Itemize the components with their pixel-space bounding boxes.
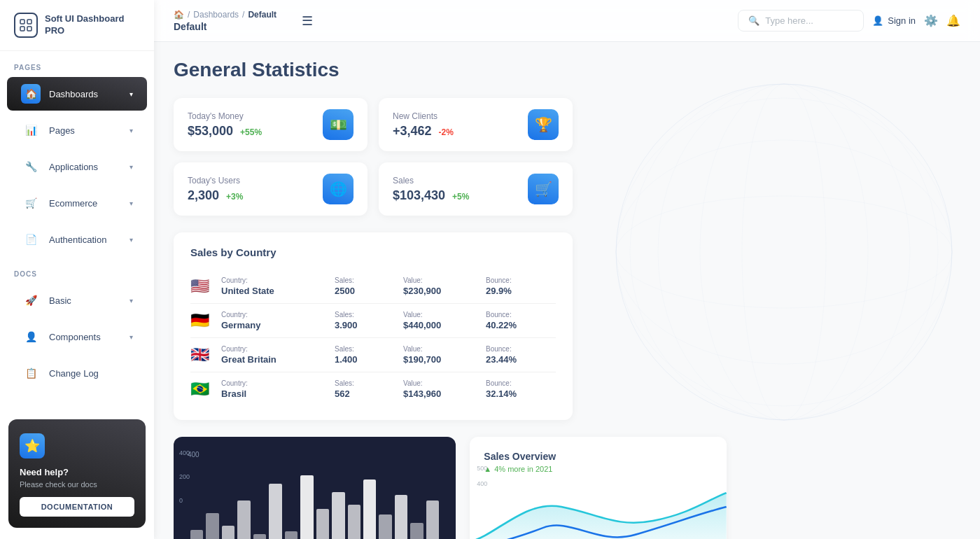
bar [269,484,281,539]
sidebar-item-dashboards[interactable]: 🏠 Dashboards ▾ [7,77,147,111]
col-label-country: Country: [221,345,329,353]
dashboards-icon: 🏠 [21,84,41,104]
sales-by-country-title: Sales by Country [190,246,556,258]
section-label-docs: DOCS [0,258,154,282]
pages-icon: 📊 [21,120,41,140]
value-us: $230,900 [403,286,480,296]
bar [395,495,407,539]
components-icon: 👤 [21,327,41,346]
bar [285,531,298,539]
bounce-gb: 23.44% [486,354,556,365]
sidebar-item-basic[interactable]: 🚀 Basic ▾ [7,284,147,317]
sidebar-item-authentication[interactable]: 📄 Authentication ▾ [7,223,147,256]
bar [300,475,313,539]
chevron-down-icon: ▾ [130,236,133,244]
content-area: General Statistics Today's Money $53,000… [154,42,980,539]
col-label-country: Country: [221,379,329,387]
flag-gb: 🇬🇧 [190,346,216,364]
bar [410,523,423,539]
bar [379,514,391,539]
chevron-down-icon: ▾ [130,297,133,304]
basic-icon: 🚀 [21,290,41,310]
sidebar-item-applications[interactable]: 🔧 Applications ▾ [7,150,147,183]
bounce-br: 32.14% [486,388,556,399]
help-title: Need help? [20,467,134,477]
col-label-value: Value: [403,345,480,353]
sidebar-item-changelog[interactable]: 📋 Change Log [7,356,147,390]
col-label-sales: Sales: [335,311,398,318]
bar [237,500,250,539]
col-label-sales: Sales: [335,345,398,353]
sales-overview-change-text: 4% more in 2021 [494,465,552,473]
page-title: General Statistics [174,59,960,81]
stat-value-users: 2,300 [188,188,219,203]
chevron-down-icon: ▾ [130,127,133,134]
authentication-icon: 📄 [21,230,41,249]
chevron-down-icon: ▾ [130,333,133,341]
sales-gb: 1.400 [335,354,398,365]
settings-icon[interactable]: ⚙️ [924,14,938,27]
sidebar-item-changelog-label: Change Log [49,368,99,379]
bar [348,505,360,539]
help-subtitle: Please check our docs [20,480,134,489]
stat-label-money: Today's Money [188,111,262,121]
col-label-country: Country: [221,276,329,284]
stat-label-sales: Sales [393,176,469,186]
value-de: $440,000 [403,320,480,330]
changelog-icon: 📋 [21,363,41,383]
stat-label-clients: New Clients [393,111,454,121]
stat-value-money: $53,000 [188,124,233,139]
sidebar-item-basic-label: Basic [49,295,71,306]
sales-overview-title: Sales Overview [484,451,713,462]
value-br: $143,960 [403,388,480,399]
stat-card-clients: New Clients +3,462 -2% 🏆 [379,98,573,151]
bar [206,513,218,539]
stat-change-sales: +5% [452,192,469,202]
stat-card-sales: Sales $103,430 +5% 🛒 [379,162,573,216]
breadcrumb: 🏠 / Dashboards / Default Default [174,10,276,32]
chevron-down-icon: ▾ [130,200,133,207]
col-label-country: Country: [221,311,329,318]
country-name-br: Brasil [221,388,329,399]
bounce-de: 40.22% [486,320,556,330]
applications-icon: 🔧 [21,157,41,176]
breadcrumb-dashboards[interactable]: Dashboards [193,10,239,20]
sidebar-item-ecommerce[interactable]: 🛒 Ecommerce ▾ [7,186,147,220]
breadcrumb-home-icon[interactable]: 🏠 [174,10,184,20]
sidebar-item-pages[interactable]: 📊 Pages ▾ [7,113,147,147]
bar [190,530,203,539]
col-label-sales: Sales: [335,379,398,387]
col-label-bounce: Bounce: [486,379,556,387]
notification-icon[interactable]: 🔔 [946,14,960,27]
sales-de: 3.900 [335,320,398,330]
col-label-value: Value: [403,379,480,387]
bar [253,534,266,539]
sign-in-button[interactable]: 👤 Sign in [872,15,916,26]
bar [363,479,376,539]
main-content: 🏠 / Dashboards / Default Default ☰ 🔍 Typ… [154,0,980,539]
stat-change-users: +3% [226,192,243,202]
stat-icon-sales: 🛒 [528,174,559,204]
flag-de: 🇩🇪 [190,312,216,330]
sidebar-item-components-label: Components [49,332,101,342]
sidebar-item-components[interactable]: 👤 Components ▾ [7,320,147,354]
table-row: 🇩🇪 Country: Germany Sales: 3.900 Value: … [190,304,556,338]
sidebar-item-dashboards-label: Dashboards [49,89,98,99]
app-logo-icon [14,13,38,38]
sidebar-item-applications-label: Applications [49,162,98,172]
col-label-bounce: Bounce: [486,345,556,353]
documentation-button[interactable]: DOCUMENTATION [20,497,134,517]
country-name-us: United State [221,286,329,296]
stat-change-clients: -2% [439,127,454,137]
sales-overview-card: Sales Overview ▲ 4% more in 2021 [470,437,727,539]
search-box[interactable]: 🔍 Type here... [738,10,864,31]
user-icon: 👤 [872,15,883,26]
breadcrumb-current: Default [248,10,276,20]
y-label-200: 200 [179,473,190,480]
hamburger-icon[interactable]: ☰ [296,11,318,31]
header: 🏠 / Dashboards / Default Default ☰ 🔍 Typ… [154,0,980,42]
stats-grid: Today's Money $53,000 +55% 💵 New Clients… [174,98,573,216]
page-header-title: Default [174,21,276,32]
bar [426,500,439,539]
search-placeholder: Type here... [765,15,813,26]
